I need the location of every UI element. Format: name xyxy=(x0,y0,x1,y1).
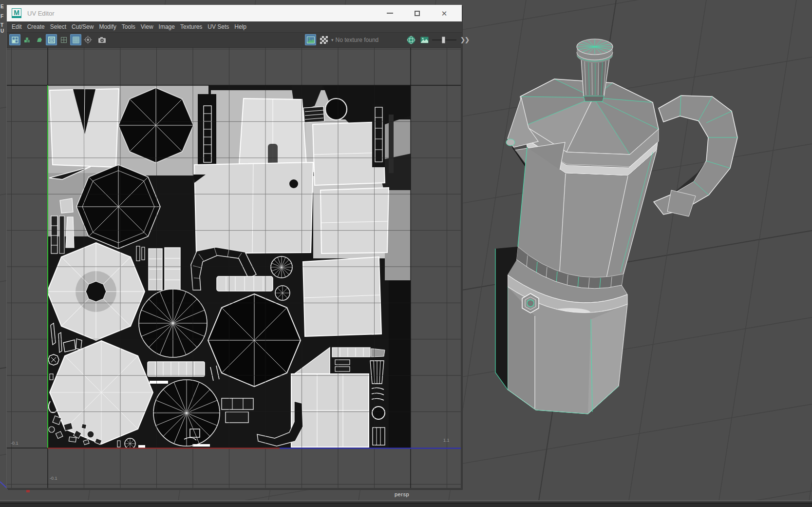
titlebar[interactable]: M UV Editor ✕ xyxy=(7,5,462,21)
grid-plain-button[interactable] xyxy=(58,34,69,45)
checker-icon xyxy=(320,36,328,44)
minimize-icon xyxy=(387,13,393,14)
edge-letter-u: U xyxy=(0,28,4,34)
pivot-dial-icon xyxy=(84,36,92,44)
uv-canvas[interactable]: -0.1 -0.1 1.1 xyxy=(7,47,461,488)
display-image-button[interactable] xyxy=(305,34,316,45)
uv-editor-layout-button[interactable] xyxy=(9,34,20,45)
menu-modify[interactable]: Modify xyxy=(99,23,116,30)
menu-create[interactable]: Create xyxy=(27,23,45,30)
exposure-slider[interactable] xyxy=(432,34,456,45)
pixel-grid-button[interactable] xyxy=(70,34,81,45)
menu-help[interactable]: Help xyxy=(234,23,246,30)
menu-view[interactable]: View xyxy=(141,23,153,30)
menubar: Edit Create Select Cut/Sew Modify Tools … xyxy=(7,21,462,33)
knob-neck xyxy=(584,96,604,101)
uv-layout-icon xyxy=(11,36,19,44)
grid-border-button[interactable] xyxy=(46,34,57,45)
spout-tip xyxy=(506,139,515,146)
slider-handle[interactable] xyxy=(442,37,445,43)
uv-coord-label-v-neg: -0.1 xyxy=(50,476,57,481)
image-range-button[interactable] xyxy=(419,34,430,45)
uv-coord-label-u-neg: -0.1 xyxy=(11,441,19,446)
maya-screen: persp E F T U M UV Editor ✕ Edit Create … xyxy=(0,0,812,507)
pivot-dial-button[interactable] xyxy=(82,34,94,45)
close-button[interactable]: ✕ xyxy=(431,5,458,21)
grid-plain-icon xyxy=(60,36,68,44)
uv-coord-label-u-pos: 1.1 xyxy=(443,438,450,443)
minimize-button[interactable] xyxy=(376,5,403,21)
texture-status: No texture found xyxy=(336,37,393,43)
texture-dropdown-arrow[interactable]: ▾ xyxy=(331,38,334,42)
window-title: UV Editor xyxy=(27,10,55,17)
menu-textures[interactable]: Textures xyxy=(180,23,202,30)
knob-cap-spokes xyxy=(577,39,612,54)
iso-sphere-icon xyxy=(407,36,415,44)
world-axis-red xyxy=(26,489,30,492)
uv-shell-icon xyxy=(36,36,43,44)
maximize-icon xyxy=(415,11,420,16)
menu-image[interactable]: Image xyxy=(159,23,175,30)
maximize-button[interactable] xyxy=(403,5,431,21)
edge-letter-e: E xyxy=(0,4,4,9)
uv-snapshot-button[interactable] xyxy=(96,34,108,45)
camera-label: persp xyxy=(385,491,419,497)
menu-tools[interactable]: Tools xyxy=(122,23,135,30)
image-range-icon xyxy=(420,37,429,43)
menu-edit[interactable]: Edit xyxy=(12,23,22,30)
pixel-grid-icon xyxy=(72,36,80,44)
iso-sphere-button[interactable] xyxy=(406,34,417,45)
uv-shell-view-button[interactable] xyxy=(34,34,45,45)
menu-select[interactable]: Select xyxy=(50,23,66,30)
timeline-strip xyxy=(0,500,812,507)
expand-panels-icon[interactable]: ❯❯ xyxy=(460,36,469,43)
edge-letter-t: T xyxy=(0,22,3,28)
menu-uv-sets[interactable]: UV Sets xyxy=(208,23,229,30)
uv-editor-window: M UV Editor ✕ Edit Create Select Cut/Sew… xyxy=(7,5,462,489)
maya-logo-icon: M xyxy=(12,8,21,18)
menu-cut-sew[interactable]: Cut/Sew xyxy=(72,23,94,30)
tile-view-button[interactable] xyxy=(21,34,33,45)
edge-letter-f: F xyxy=(0,14,3,19)
close-icon: ✕ xyxy=(441,10,448,17)
toolbar: ▾ No texture found ❯❯ xyxy=(7,33,462,47)
tile-view-icon xyxy=(23,36,31,44)
grid-border-icon xyxy=(48,36,56,44)
display-image-icon xyxy=(307,37,315,43)
camera-icon xyxy=(98,37,106,43)
checker-map-button[interactable] xyxy=(318,34,329,45)
